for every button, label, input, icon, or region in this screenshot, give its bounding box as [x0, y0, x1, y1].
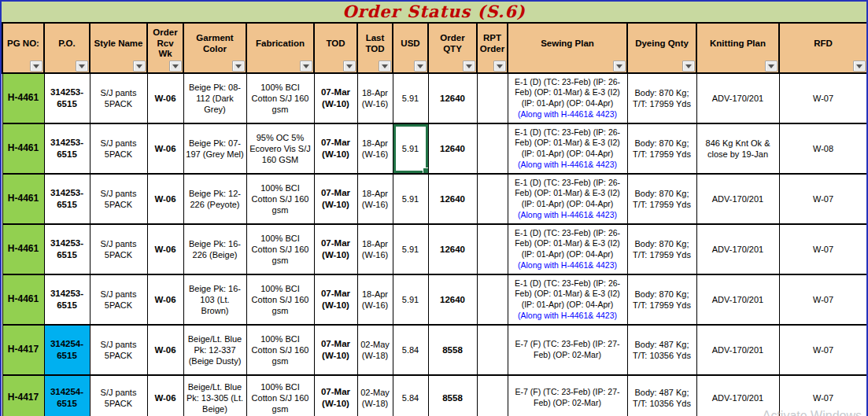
- cell-usd[interactable]: 5.91: [393, 174, 428, 224]
- filter-dropdown-rcv[interactable]: [169, 61, 182, 72]
- filter-dropdown-rfd[interactable]: [853, 61, 866, 72]
- cell-dyeing-qnty[interactable]: Body: 487 Kg; T/T: 10356 Yds: [627, 375, 696, 416]
- cell-last-tod[interactable]: 18-Apr (W-16): [357, 224, 393, 274]
- cell-tod[interactable]: 07-Mar (W-10): [314, 224, 357, 274]
- cell-knitting-plan[interactable]: ADV-170/201: [696, 375, 779, 416]
- cell-rfd[interactable]: W-07: [779, 325, 867, 375]
- cell-pg-no[interactable]: H-4461: [2, 224, 44, 274]
- cell-fabrication[interactable]: 100% BCI Cotton S/J 160 gsm: [246, 274, 314, 325]
- cell-fabrication[interactable]: 100% BCI Cotton S/J 160 gsm: [246, 174, 314, 224]
- cell-style-name[interactable]: S/J pants 5PACK: [90, 274, 147, 325]
- cell-order-rcv-wk[interactable]: W-06: [147, 375, 183, 416]
- filter-dropdown-usd[interactable]: [414, 61, 427, 72]
- cell-garment-color[interactable]: Beige/Lt. Blue Pk: 13-305 (Lt. Beige): [183, 375, 246, 416]
- cell-garment-color[interactable]: Beige Pk: 16-226 (Beige): [183, 224, 246, 274]
- cell-fabrication[interactable]: 95% OC 5% Ecovero Vis S/J 160 GSM: [246, 123, 314, 174]
- cell-sewing-plan[interactable]: E-1 (D) (TC: 23-Feb) (IP: 26-Feb) (OP: 0…: [508, 174, 627, 224]
- cell-fabrication[interactable]: 100% BCI Cotton S/J 160 gsm: [246, 325, 314, 375]
- cell-sewing-plan[interactable]: E-1 (D) (TC: 23-Feb) (IP: 26-Feb) (OP: 0…: [508, 123, 627, 174]
- cell-last-tod[interactable]: 18-Apr (W-16): [357, 123, 393, 174]
- cell-last-tod[interactable]: 02-May (W-18): [357, 325, 393, 375]
- cell-rpt-order[interactable]: [477, 174, 508, 224]
- cell-order-qty[interactable]: 12640: [428, 174, 477, 224]
- cell-order-rcv-wk[interactable]: W-06: [147, 274, 183, 325]
- cell-pg-no[interactable]: H-4461: [2, 123, 44, 174]
- cell-sewing-plan[interactable]: E-1 (D) (TC: 23-Feb) (IP: 26-Feb) (OP: 0…: [508, 224, 627, 274]
- cell-style-name[interactable]: S/J pants 5PACK: [90, 123, 147, 174]
- cell-pg-no[interactable]: H-4417: [2, 375, 44, 416]
- cell-knitting-plan[interactable]: ADV-170/201: [696, 174, 779, 224]
- filter-dropdown-dyeing[interactable]: [682, 61, 695, 72]
- filter-dropdown-rpt[interactable]: [493, 61, 506, 72]
- cell-tod[interactable]: 07-Mar (W-10): [314, 274, 357, 325]
- cell-usd[interactable]: 5.91: [393, 274, 428, 325]
- cell-rpt-order[interactable]: [477, 325, 508, 375]
- filter-dropdown-fab[interactable]: [300, 61, 312, 72]
- cell-rfd[interactable]: W-07: [779, 224, 867, 274]
- cell-order-qty[interactable]: 12640: [428, 73, 477, 123]
- cell-last-tod[interactable]: 18-Apr (W-16): [357, 274, 393, 325]
- cell-rfd[interactable]: W-07: [779, 174, 867, 224]
- filter-dropdown-pg[interactable]: [30, 61, 42, 72]
- cell-pg-no[interactable]: H-4461: [2, 73, 44, 123]
- cell-order-rcv-wk[interactable]: W-06: [147, 174, 183, 224]
- cell-order-qty[interactable]: 12640: [428, 123, 477, 174]
- cell-po[interactable]: 314253-6515: [44, 274, 90, 325]
- cell-rpt-order[interactable]: [477, 375, 508, 416]
- cell-dyeing-qnty[interactable]: Body: 487 Kg; T/T: 10356 Yds: [627, 325, 696, 375]
- filter-dropdown-knit[interactable]: [765, 61, 778, 72]
- cell-pg-no[interactable]: H-4461: [2, 174, 44, 224]
- cell-style-name[interactable]: S/J pants 5PACK: [90, 174, 147, 224]
- cell-order-qty[interactable]: 12640: [428, 224, 477, 274]
- filter-dropdown-sewing[interactable]: [613, 61, 626, 72]
- filter-dropdown-tod[interactable]: [343, 61, 356, 72]
- cell-po[interactable]: 314254-6515: [44, 375, 90, 416]
- cell-last-tod[interactable]: 18-Apr (W-16): [357, 73, 393, 123]
- cell-po[interactable]: 314253-6515: [44, 123, 90, 174]
- filter-dropdown-qty[interactable]: [463, 61, 475, 72]
- cell-fabrication[interactable]: 100% BCI Cotton S/J 160 gsm: [246, 375, 314, 416]
- filter-dropdown-po[interactable]: [76, 61, 88, 72]
- cell-rpt-order[interactable]: [477, 73, 508, 123]
- cell-pg-no[interactable]: H-4461: [2, 274, 44, 325]
- cell-order-rcv-wk[interactable]: W-06: [147, 325, 183, 375]
- cell-rfd[interactable]: W-08: [779, 123, 867, 174]
- cell-usd[interactable]: 5.84: [393, 375, 428, 416]
- cell-order-rcv-wk[interactable]: W-06: [147, 123, 183, 174]
- cell-tod[interactable]: 07-Mar (W-10): [314, 325, 357, 375]
- cell-tod[interactable]: 07-Mar (W-10): [314, 375, 357, 416]
- cell-garment-color[interactable]: Beige Pk: 08-112 (Dark Grey): [183, 73, 246, 123]
- cell-garment-color[interactable]: Beige Pk: 12-226 (Peyote): [183, 174, 246, 224]
- cell-knitting-plan[interactable]: ADV-170/201: [696, 274, 779, 325]
- cell-tod[interactable]: 07-Mar (W-10): [314, 123, 357, 174]
- filter-dropdown-ltod[interactable]: [379, 61, 391, 72]
- cell-last-tod[interactable]: 18-Apr (W-16): [357, 174, 393, 224]
- cell-rpt-order[interactable]: [477, 224, 508, 274]
- filter-dropdown-style[interactable]: [133, 61, 146, 72]
- cell-fabrication[interactable]: 100% BCI Cotton S/J 160 gsm: [246, 224, 314, 274]
- cell-tod[interactable]: 07-Mar (W-10): [314, 174, 357, 224]
- cell-rfd[interactable]: W-07: [779, 375, 867, 416]
- cell-order-qty[interactable]: 8558: [428, 375, 477, 416]
- cell-order-qty[interactable]: 8558: [428, 325, 477, 375]
- cell-po[interactable]: 314253-6515: [44, 224, 90, 274]
- cell-usd[interactable]: 5.91: [393, 73, 428, 123]
- cell-order-qty[interactable]: 12640: [428, 274, 477, 325]
- cell-knitting-plan[interactable]: ADV-170/201: [696, 325, 779, 375]
- cell-fabrication[interactable]: 100% BCI Cotton S/J 160 gsm: [246, 73, 314, 123]
- cell-knitting-plan[interactable]: ADV-170/201: [696, 224, 779, 274]
- cell-dyeing-qnty[interactable]: Body: 870 Kg; T/T: 17959 Yds: [627, 274, 696, 325]
- cell-sewing-plan[interactable]: E-1 (D) (TC: 23-Feb) (IP: 26-Feb) (OP: 0…: [508, 274, 627, 325]
- cell-dyeing-qnty[interactable]: Body: 870 Kg; T/T: 17959 Yds: [627, 73, 696, 123]
- cell-sewing-plan[interactable]: E-1 (D) (TC: 23-Feb) (IP: 26-Feb) (OP: 0…: [508, 73, 627, 123]
- cell-garment-color[interactable]: Beige Pk: 16-103 (Lt. Brown): [183, 274, 246, 325]
- cell-order-rcv-wk[interactable]: W-06: [147, 73, 183, 123]
- cell-dyeing-qnty[interactable]: Body: 870 Kg; T/T: 17959 Yds: [627, 123, 696, 174]
- filter-dropdown-color[interactable]: [232, 61, 245, 72]
- cell-garment-color[interactable]: Beige Pk: 07-197 (Grey Mel): [183, 123, 246, 174]
- cell-rfd[interactable]: W-07: [779, 73, 867, 123]
- cell-usd[interactable]: 5.84: [393, 325, 428, 375]
- cell-style-name[interactable]: S/J pants 5PACK: [90, 325, 147, 375]
- cell-order-rcv-wk[interactable]: W-06: [147, 224, 183, 274]
- cell-rfd[interactable]: W-07: [779, 274, 867, 325]
